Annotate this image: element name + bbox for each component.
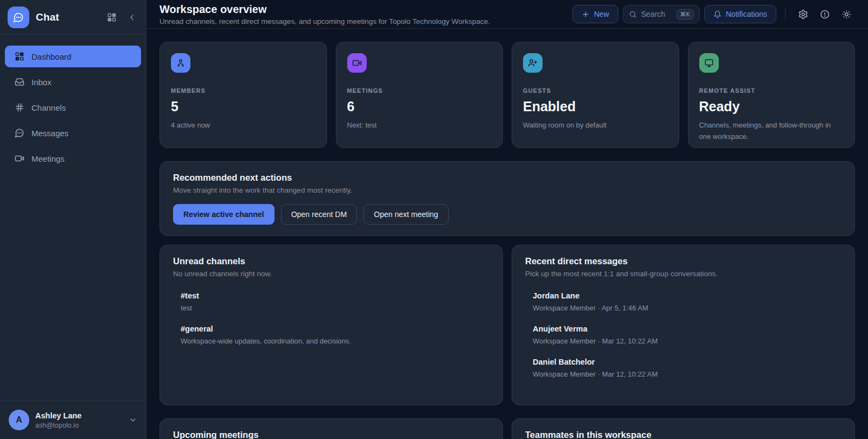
stat-subtext: Waiting room on by default: [523, 120, 668, 131]
dm-list-item[interactable]: Daniel Batchelor Workspace Member · Mar …: [533, 358, 841, 378]
channel-list-item[interactable]: #test test: [181, 291, 489, 312]
video-camera-icon: [347, 53, 367, 73]
app-root: Chat: [0, 0, 868, 439]
panel-title: Teammates in this workspace: [525, 430, 841, 439]
upcoming-meetings-panel: Upcoming meetings: [159, 418, 503, 439]
sidebar-header: Chat: [0, 0, 146, 35]
message-bubble-icon: [15, 128, 24, 138]
avatar: A: [9, 410, 29, 430]
dm-meta: Workspace Member · Mar 12, 10:22 AM: [533, 337, 841, 345]
recent-dms-panel: Recent direct messages Pick up the most …: [512, 245, 855, 405]
recommended-actions-panel: Recommended next actions Move straight i…: [159, 161, 855, 236]
stat-subtext: Next: test: [347, 120, 492, 131]
stat-card-guests[interactable]: GUESTS Enabled Waiting room on by defaul…: [512, 42, 679, 148]
stat-label: REMOTE ASSIST: [699, 87, 844, 94]
app-title: Chat: [36, 11, 59, 23]
panel-title: Upcoming meetings: [173, 430, 489, 439]
stat-value: 5: [171, 99, 316, 114]
user-plus-icon: [523, 53, 542, 73]
dm-name: Jordan Lane: [533, 291, 841, 300]
dm-meta: Workspace Member · Mar 12, 10:22 AM: [533, 370, 841, 378]
dm-meta: Workspace Member · Apr 5, 1:46 AM: [533, 304, 841, 312]
new-button[interactable]: New: [572, 5, 618, 23]
panel-title: Recent direct messages: [525, 256, 841, 266]
stat-card-meetings[interactable]: MEETINGS 6 Next: test: [336, 42, 503, 148]
stat-card-remote-assist[interactable]: REMOTE ASSIST Ready Channels, meetings, …: [688, 42, 856, 148]
help-info-circle-icon[interactable]: [816, 5, 833, 23]
teammates-panel: Teammates in this workspace: [512, 418, 855, 439]
channel-name: #general: [181, 325, 489, 333]
sidebar-item-label: Dashboard: [31, 52, 71, 61]
page-subtitle: Unread channels, recent direct messages,…: [159, 17, 490, 26]
bell-icon: [713, 10, 722, 18]
panel-title: Unread channels: [173, 256, 489, 266]
app-logo-chat-icon: [8, 7, 29, 28]
notifications-button[interactable]: Notifications: [704, 5, 776, 23]
chevron-down-icon: [129, 416, 137, 424]
panel-title: Recommended next actions: [173, 173, 841, 183]
panels-row-bottom: Upcoming meetings Teammates in this work…: [159, 418, 855, 439]
panel-subtitle: Move straight into the work that changed…: [173, 186, 841, 194]
dashboard-content: MEMBERS 5 4 active now MEETINGS 6 Next: …: [146, 29, 868, 439]
sidebar-item-label: Inbox: [31, 78, 52, 87]
monitor-icon: [699, 53, 719, 73]
stat-card-members[interactable]: MEMBERS 5 4 active now: [159, 42, 327, 148]
open-recent-dm-button[interactable]: Open recent DM: [281, 204, 358, 225]
stat-subtext: Channels, meetings, and follow-through i…: [699, 120, 844, 143]
channel-description: test: [181, 304, 489, 312]
search-shortcut-badge: ⌘K: [676, 9, 694, 20]
collapse-sidebar-chevron-left-icon[interactable]: [127, 13, 136, 22]
review-active-channel-button[interactable]: Review active channel: [173, 204, 275, 225]
search-icon: [629, 10, 637, 18]
sidebar-item-messages[interactable]: Messages: [5, 122, 141, 144]
topbar: Workspace overview Unread channels, rece…: [146, 0, 868, 29]
members-icon: [171, 53, 190, 73]
sidebar-nav: Dashboard Inbox Channels: [0, 35, 146, 180]
dashboard-grid-icon: [15, 52, 24, 61]
panel-subtitle: No unread channels right now.: [173, 270, 489, 278]
page-title: Workspace overview: [159, 3, 490, 15]
panels-row: Unread channels No unread channels right…: [159, 245, 855, 405]
sidebar: Chat: [0, 0, 146, 439]
channel-list-item[interactable]: #general Workspace-wide updates, coordin…: [181, 325, 489, 345]
video-camera-icon: [15, 154, 24, 163]
sidebar-item-label: Messages: [31, 129, 68, 138]
channel-name: #test: [181, 291, 489, 300]
search-input[interactable]: [641, 10, 672, 18]
divider: [785, 8, 786, 21]
stat-value: Enabled: [523, 99, 668, 114]
stat-label: GUESTS: [523, 87, 668, 94]
sidebar-item-dashboard[interactable]: Dashboard: [5, 46, 141, 67]
stat-label: MEMBERS: [171, 87, 316, 94]
sidebar-item-channels[interactable]: Channels: [5, 97, 141, 118]
search-box[interactable]: ⌘K: [623, 5, 700, 23]
user-name: Ashley Lane: [35, 411, 81, 420]
sidebar-item-inbox[interactable]: Inbox: [5, 71, 141, 93]
main-area: Workspace overview Unread channels, rece…: [146, 0, 868, 439]
panel-subtitle: Pick up the most recent 1:1 and small-gr…: [525, 270, 841, 278]
stat-value: 6: [347, 99, 492, 114]
sidebar-item-label: Meetings: [31, 154, 65, 163]
plus-icon: [582, 10, 590, 18]
theme-toggle-sun-icon[interactable]: [838, 5, 855, 23]
user-menu[interactable]: A Ashley Lane ash@topolo.io: [0, 400, 146, 439]
channel-description: Workspace-wide updates, coordination, an…: [181, 337, 489, 345]
dm-list-item[interactable]: Anujeet Verma Workspace Member · Mar 12,…: [533, 325, 841, 345]
stat-value: Ready: [699, 99, 844, 114]
inbox-icon: [15, 77, 24, 87]
stat-label: MEETINGS: [347, 87, 492, 94]
apps-grid-icon[interactable]: [107, 12, 117, 22]
dm-list-item[interactable]: Jordan Lane Workspace Member · Apr 5, 1:…: [533, 291, 841, 312]
settings-gear-icon[interactable]: [794, 5, 812, 23]
open-next-meeting-button[interactable]: Open next meeting: [363, 204, 448, 225]
dm-name: Anujeet Verma: [533, 325, 841, 333]
hash-icon: [15, 103, 24, 112]
user-email: ash@topolo.io: [35, 422, 81, 429]
stat-subtext: 4 active now: [171, 120, 316, 131]
stats-row: MEMBERS 5 4 active now MEETINGS 6 Next: …: [159, 42, 855, 148]
dm-name: Daniel Batchelor: [533, 358, 841, 366]
unread-channels-panel: Unread channels No unread channels right…: [159, 245, 503, 405]
sidebar-item-label: Channels: [31, 103, 66, 112]
sidebar-item-meetings[interactable]: Meetings: [5, 148, 141, 169]
